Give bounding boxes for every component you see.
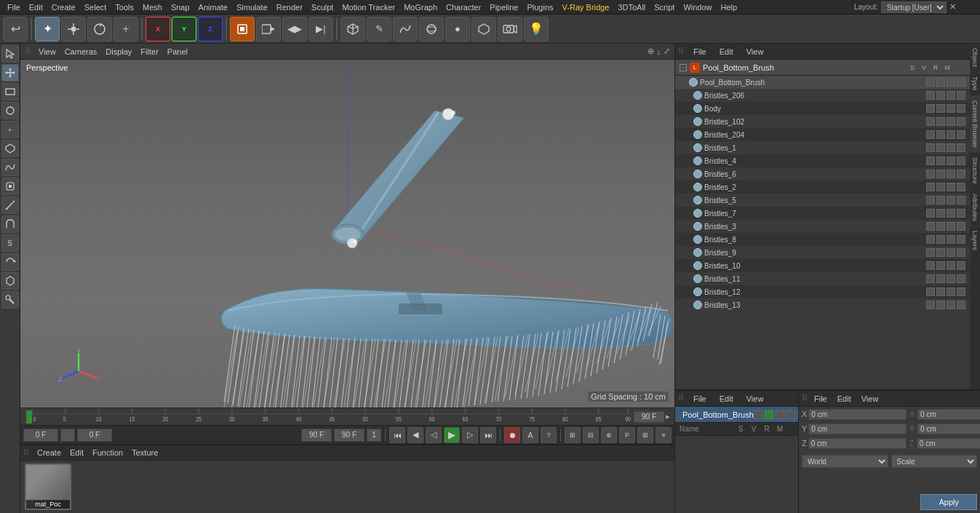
play-btn[interactable]: ▶ <box>444 427 460 443</box>
timeline-mode-btn[interactable]: ≡ <box>656 427 672 443</box>
left-nurbs-btn[interactable] <box>1 159 19 176</box>
left-select-btn[interactable] <box>1 45 19 63</box>
obj-item[interactable]: Bristles_10 <box>675 259 970 272</box>
obj-item[interactable]: Bristles_13 <box>675 298 970 311</box>
left-spline-btn[interactable] <box>1 178 19 195</box>
fps-1-input[interactable] <box>301 429 332 442</box>
viewport-move-icon[interactable]: ⊕ <box>648 47 654 56</box>
obj-item[interactable]: Bristles_206 <box>675 89 970 102</box>
left-hex-btn[interactable] <box>1 272 19 290</box>
camera-btn[interactable] <box>498 17 522 41</box>
add-btn[interactable]: + <box>113 17 138 41</box>
spline-btn[interactable] <box>393 17 418 41</box>
left-add-obj-btn[interactable]: + <box>1 121 19 138</box>
menu-pipeline[interactable]: Pipeline <box>485 0 522 14</box>
timeline-playhead[interactable] <box>26 410 32 423</box>
viewport-menu-display[interactable]: Display <box>102 47 135 57</box>
menu-render[interactable]: Render <box>272 0 307 14</box>
record-btn[interactable] <box>256 17 281 41</box>
attrs-menu-edit[interactable]: Edit <box>716 394 737 404</box>
left-knife-btn[interactable] <box>1 196 19 214</box>
move-tool-btn[interactable]: ✦ <box>35 17 60 41</box>
play-reverse-btn[interactable]: ◁ <box>426 427 442 443</box>
obj-menu-file[interactable]: File <box>690 47 710 57</box>
obj-item[interactable]: Bristles_102 <box>675 115 970 128</box>
rotate-tool-btn[interactable] <box>87 17 112 41</box>
next-frame-btn[interactable]: ▷ <box>462 427 478 443</box>
obj-item[interactable]: Bristles_3 <box>675 220 970 233</box>
attrs-menu-view[interactable]: View <box>743 394 768 404</box>
left-rotate-btn[interactable] <box>1 253 19 271</box>
obj-item[interactable]: Bristles_11 <box>675 272 970 285</box>
frame-sub-input[interactable] <box>60 429 75 442</box>
menu-script[interactable]: Script <box>650 0 679 14</box>
menu-vray-bridge[interactable]: V-Ray Bridge <box>558 0 614 14</box>
menu-snap[interactable]: Snap <box>167 0 194 14</box>
key-sel-btn[interactable]: ? <box>541 427 557 443</box>
obj-menu-edit[interactable]: Edit <box>716 47 737 57</box>
obj-fold-icon[interactable]: - <box>680 64 687 71</box>
obj-item[interactable]: Bristles_5 <box>675 194 970 207</box>
menu-3dtoall[interactable]: 3DToAll <box>613 0 650 14</box>
viewport-menu-panel[interactable]: Panel <box>164 47 191 57</box>
fps-3-input[interactable] <box>367 429 381 442</box>
next-key-btn[interactable]: ▶| <box>308 17 333 41</box>
viewport-max-icon[interactable]: ⤢ <box>664 47 670 56</box>
menu-select[interactable]: Select <box>80 0 111 14</box>
menu-motion-tracker[interactable]: Motion Tracker <box>338 0 399 14</box>
sidebar-tab-browser[interactable]: Current Browser <box>971 96 980 154</box>
coords-menu-edit[interactable]: Edit <box>834 394 855 404</box>
coord-z-size[interactable] <box>917 438 980 449</box>
obj-item[interactable]: Bristles_7 <box>675 207 970 220</box>
left-wrench-btn[interactable] <box>1 291 19 309</box>
obj-item[interactable]: Bristles_4 <box>675 154 970 167</box>
viewport-menu-filter[interactable]: Filter <box>137 47 162 57</box>
left-s-btn[interactable]: S <box>1 234 19 252</box>
mat-menu-function[interactable]: Function <box>89 448 127 458</box>
end-frame-input[interactable] <box>634 411 664 423</box>
menu-create[interactable]: Create <box>47 0 80 14</box>
obj-item[interactable]: Body <box>675 102 970 115</box>
undo-btn[interactable]: ↩ <box>3 17 28 41</box>
layout-select[interactable]: Startup [User] <box>881 1 947 13</box>
coords-menu-file[interactable]: File <box>810 394 831 404</box>
menu-file[interactable]: File <box>3 0 25 14</box>
prev-frame-btn[interactable]: ◀ <box>407 427 423 443</box>
frame-2-input[interactable] <box>77 429 112 442</box>
left-arch-btn[interactable] <box>1 215 19 233</box>
current-frame-input[interactable] <box>23 429 58 442</box>
coords-menu-view[interactable]: View <box>858 394 883 404</box>
attrs-menu-file[interactable]: File <box>690 394 710 404</box>
keyframe-btn[interactable]: ◀▶ <box>282 17 307 41</box>
coord-x-size[interactable] <box>917 409 980 420</box>
menu-sculpt[interactable]: Sculpt <box>307 0 338 14</box>
snap-keys-btn[interactable]: ⊞ <box>565 427 581 443</box>
obj-item[interactable]: Bristles_12 <box>675 285 970 298</box>
mat-menu-create[interactable]: Create <box>33 448 65 458</box>
loop-btn[interactable]: ⊞ <box>637 427 653 443</box>
obj-item[interactable]: Bristles_2 <box>675 180 970 194</box>
go-end-btn[interactable]: ⏭ <box>480 427 496 443</box>
menu-plugins[interactable]: Plugins <box>522 0 557 14</box>
sidebar-tab-attributes[interactable]: Attributes <box>971 189 980 226</box>
obj-item[interactable]: Bristles_9 <box>675 246 970 259</box>
record-active-btn[interactable]: ⏺ <box>504 427 520 443</box>
pen-btn[interactable]: ✎ <box>367 17 391 41</box>
menu-animate[interactable]: Animate <box>194 0 232 14</box>
apply-button[interactable]: Apply <box>920 494 977 510</box>
light-btn[interactable]: 💡 <box>524 17 549 41</box>
timeline-ruler[interactable]: 0 5 10 15 20 25 <box>20 407 674 425</box>
menu-mograph[interactable]: MoGraph <box>399 0 442 14</box>
layout-close-icon[interactable]: ✕ <box>949 2 956 12</box>
obj-item[interactable]: Bristles_6 <box>675 167 970 180</box>
menu-edit[interactable]: Edit <box>25 0 47 14</box>
z-axis-btn[interactable]: Z <box>198 17 223 41</box>
coord-y-pos[interactable] <box>808 423 907 434</box>
y-axis-btn[interactable]: Y <box>172 17 196 41</box>
left-circle-btn[interactable] <box>1 102 19 119</box>
menu-window[interactable]: Window <box>679 0 716 14</box>
fps-2-input[interactable] <box>334 429 364 442</box>
motion-paths-btn[interactable]: ⊟ <box>583 427 599 443</box>
cube-btn[interactable] <box>340 17 365 41</box>
go-start-btn[interactable]: ⏮ <box>389 427 405 443</box>
